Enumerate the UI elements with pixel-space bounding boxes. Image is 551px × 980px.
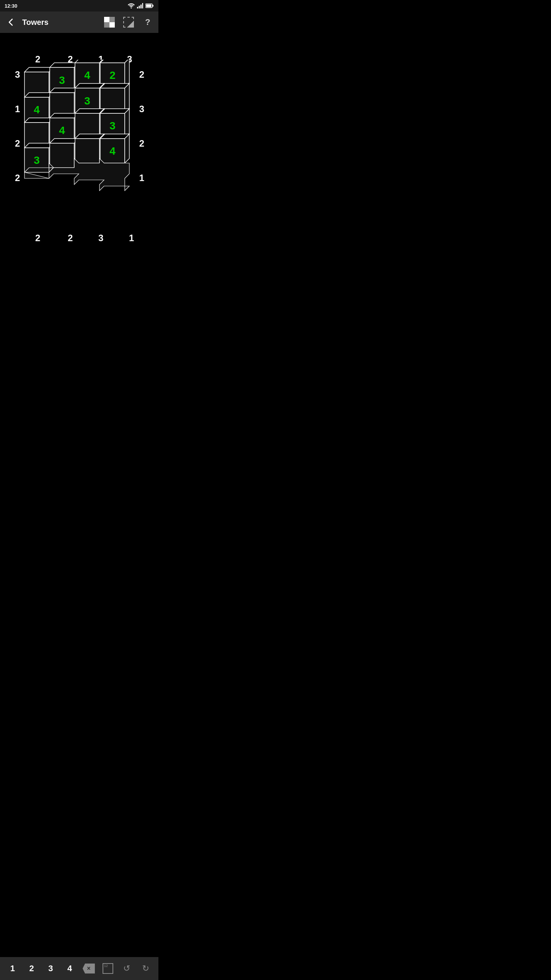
cell-1-1-top — [50, 88, 79, 93]
clue-left-3: 2 — [15, 138, 20, 149]
time: 12:30 — [5, 3, 17, 9]
svg-rect-6 — [153, 5, 154, 7]
clue-bot-4: 1 — [129, 233, 134, 243]
svg-point-0 — [131, 8, 132, 9]
cell-3-3-top — [100, 134, 129, 139]
status-bar: 12:30 — [0, 0, 158, 11]
svg-rect-3 — [140, 5, 142, 8]
cell-0-1-top — [50, 63, 79, 67]
status-icons — [128, 3, 154, 8]
help-icon: ? — [145, 17, 150, 27]
cell-1-0-top — [24, 93, 54, 97]
svg-rect-1 — [137, 7, 138, 8]
cell-1-2-top — [75, 83, 104, 88]
cell-3-2-top — [75, 134, 104, 139]
cell-0-3-side — [125, 60, 129, 87]
cell-2-3-value: 3 — [109, 120, 116, 132]
clue-bot-1: 2 — [35, 233, 40, 243]
cell-2-1-value: 4 — [59, 124, 65, 136]
cell-0-3-value: 2 — [109, 69, 116, 81]
expand-icon — [123, 17, 134, 28]
cell-2-3-top — [100, 109, 129, 113]
clue-right-2: 3 — [139, 104, 144, 114]
cell-3-3-value: 4 — [109, 145, 116, 157]
cell-1-3-side — [125, 83, 129, 113]
cell-2-2-top — [75, 109, 104, 113]
wifi-icon — [128, 3, 135, 8]
back-button[interactable] — [5, 16, 17, 28]
expand-button[interactable] — [122, 16, 135, 28]
svg-rect-4 — [142, 3, 143, 8]
svg-rect-2 — [139, 6, 140, 8]
cell-3-0-top — [24, 143, 54, 148]
puzzle-grid[interactable]: .cube-top { fill: #000; stroke: #fff; st… — [24, 60, 139, 220]
cell-1-2-value: 3 — [84, 95, 90, 107]
svg-rect-7 — [146, 5, 152, 7]
checker-icon — [104, 17, 115, 28]
clue-bot-2: 2 — [68, 233, 73, 243]
cell-0-0-top — [24, 67, 54, 72]
clue-right-4: 1 — [139, 173, 144, 183]
cell-3-1-top — [50, 139, 79, 143]
cell-1-3-top — [100, 83, 129, 88]
cell-0-1-value: 3 — [59, 74, 65, 86]
cell-1-0-value: 4 — [34, 104, 40, 116]
cell-3-0-value: 3 — [34, 154, 40, 166]
page-title: Towers — [22, 18, 98, 27]
clue-left-1: 3 — [15, 69, 20, 80]
cell-3-1-front[interactable] — [50, 143, 74, 168]
signal-icon — [137, 3, 143, 8]
cell-3-2-front[interactable] — [75, 139, 99, 163]
main-content: 2 2 1 3 3 1 2 2 2 3 2 1 .cube-top { fill… — [0, 33, 158, 270]
clue-left-2: 1 — [15, 104, 20, 114]
cell-0-2-value: 4 — [84, 69, 90, 81]
battery-icon — [145, 3, 154, 8]
cell-2-0-top — [24, 118, 54, 122]
top-bar-icons: ? — [103, 16, 154, 28]
help-button[interactable]: ? — [142, 16, 154, 28]
cell-3-3-side — [125, 134, 129, 163]
clue-right-1: 2 — [139, 69, 144, 80]
cell-2-3-side — [125, 109, 129, 138]
clue-left-4: 2 — [15, 173, 20, 183]
top-bar: Towers ? — [0, 11, 158, 33]
clue-right-3: 2 — [139, 138, 144, 149]
checker-button[interactable] — [103, 16, 116, 28]
clue-bot-3: 3 — [98, 233, 103, 243]
cell-2-1-top — [50, 113, 79, 118]
